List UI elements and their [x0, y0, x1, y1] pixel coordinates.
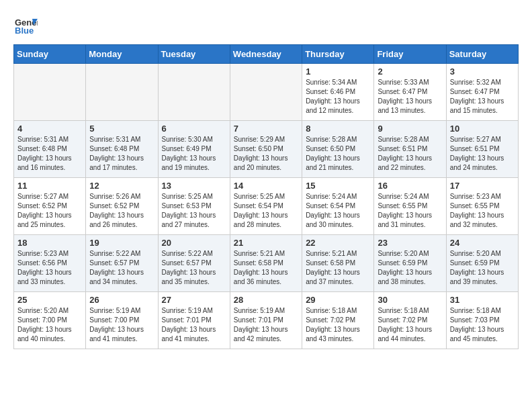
day-number: 26	[89, 295, 154, 305]
calendar-cell: 10Sunrise: 5:27 AM Sunset: 6:51 PM Dayli…	[446, 121, 518, 178]
calendar-cell: 2Sunrise: 5:33 AM Sunset: 6:47 PM Daylig…	[374, 64, 446, 121]
calendar-cell	[158, 64, 230, 121]
day-info: Sunrise: 5:28 AM Sunset: 6:50 PM Dayligh…	[306, 135, 370, 173]
day-number: 19	[89, 238, 154, 248]
calendar-header-row: SundayMondayTuesdayWednesdayThursdayFrid…	[14, 45, 519, 64]
day-number: 9	[378, 124, 442, 134]
day-number: 8	[306, 124, 370, 134]
calendar-cell: 30Sunrise: 5:18 AM Sunset: 7:02 PM Dayli…	[374, 292, 446, 349]
day-info: Sunrise: 5:26 AM Sunset: 6:52 PM Dayligh…	[89, 192, 154, 230]
calendar-week-1: 1Sunrise: 5:34 AM Sunset: 6:46 PM Daylig…	[14, 64, 519, 121]
calendar-cell: 25Sunrise: 5:20 AM Sunset: 7:00 PM Dayli…	[14, 292, 86, 349]
day-info: Sunrise: 5:25 AM Sunset: 6:53 PM Dayligh…	[162, 192, 226, 230]
day-number: 11	[17, 181, 82, 191]
day-info: Sunrise: 5:30 AM Sunset: 6:49 PM Dayligh…	[162, 135, 226, 173]
calendar: SundayMondayTuesdayWednesdayThursdayFrid…	[13, 44, 519, 349]
calendar-cell: 5Sunrise: 5:31 AM Sunset: 6:48 PM Daylig…	[86, 121, 158, 178]
calendar-cell: 8Sunrise: 5:28 AM Sunset: 6:50 PM Daylig…	[302, 121, 374, 178]
day-info: Sunrise: 5:20 AM Sunset: 6:59 PM Dayligh…	[450, 249, 515, 287]
calendar-cell: 21Sunrise: 5:21 AM Sunset: 6:58 PM Dayli…	[230, 235, 302, 292]
day-info: Sunrise: 5:22 AM Sunset: 6:57 PM Dayligh…	[162, 249, 226, 287]
calendar-week-2: 4Sunrise: 5:31 AM Sunset: 6:48 PM Daylig…	[14, 121, 519, 178]
day-number: 6	[162, 124, 226, 134]
day-number: 18	[17, 238, 82, 248]
day-number: 15	[306, 181, 370, 191]
day-info: Sunrise: 5:25 AM Sunset: 6:54 PM Dayligh…	[234, 192, 298, 230]
day-number: 2	[378, 66, 442, 77]
day-number: 16	[378, 181, 442, 191]
day-header-tuesday: Tuesday	[158, 45, 230, 64]
logo-icon: General Blue	[13, 13, 38, 38]
day-info: Sunrise: 5:18 AM Sunset: 7:03 PM Dayligh…	[450, 306, 515, 344]
day-info: Sunrise: 5:19 AM Sunset: 7:01 PM Dayligh…	[234, 306, 298, 344]
calendar-cell: 26Sunrise: 5:19 AM Sunset: 7:00 PM Dayli…	[86, 292, 158, 349]
calendar-cell: 12Sunrise: 5:26 AM Sunset: 6:52 PM Dayli…	[86, 178, 158, 235]
day-number: 4	[17, 124, 82, 134]
day-header-sunday: Sunday	[14, 45, 86, 64]
day-info: Sunrise: 5:18 AM Sunset: 7:02 PM Dayligh…	[378, 306, 442, 344]
day-info: Sunrise: 5:21 AM Sunset: 6:58 PM Dayligh…	[306, 249, 370, 287]
calendar-cell: 16Sunrise: 5:24 AM Sunset: 6:55 PM Dayli…	[374, 178, 446, 235]
header: General Blue	[13, 13, 519, 38]
day-number: 5	[89, 124, 154, 134]
day-number: 25	[17, 295, 82, 305]
calendar-cell: 7Sunrise: 5:29 AM Sunset: 6:50 PM Daylig…	[230, 121, 302, 178]
calendar-cell: 28Sunrise: 5:19 AM Sunset: 7:01 PM Dayli…	[230, 292, 302, 349]
day-number: 7	[234, 124, 298, 134]
calendar-cell: 23Sunrise: 5:20 AM Sunset: 6:59 PM Dayli…	[374, 235, 446, 292]
day-info: Sunrise: 5:28 AM Sunset: 6:51 PM Dayligh…	[378, 135, 442, 173]
day-info: Sunrise: 5:19 AM Sunset: 7:01 PM Dayligh…	[162, 306, 226, 344]
day-header-friday: Friday	[374, 45, 446, 64]
day-number: 12	[89, 181, 154, 191]
day-number: 3	[450, 66, 515, 77]
calendar-cell: 18Sunrise: 5:23 AM Sunset: 6:56 PM Dayli…	[14, 235, 86, 292]
day-number: 13	[162, 181, 226, 191]
day-number: 27	[162, 295, 226, 305]
day-info: Sunrise: 5:23 AM Sunset: 6:55 PM Dayligh…	[450, 192, 515, 230]
day-number: 17	[450, 181, 515, 191]
calendar-cell: 24Sunrise: 5:20 AM Sunset: 6:59 PM Dayli…	[446, 235, 518, 292]
day-info: Sunrise: 5:34 AM Sunset: 6:46 PM Dayligh…	[306, 78, 370, 116]
calendar-week-5: 25Sunrise: 5:20 AM Sunset: 7:00 PM Dayli…	[14, 292, 519, 349]
day-info: Sunrise: 5:31 AM Sunset: 6:48 PM Dayligh…	[17, 135, 82, 173]
calendar-cell: 14Sunrise: 5:25 AM Sunset: 6:54 PM Dayli…	[230, 178, 302, 235]
calendar-week-3: 11Sunrise: 5:27 AM Sunset: 6:52 PM Dayli…	[14, 178, 519, 235]
calendar-cell: 19Sunrise: 5:22 AM Sunset: 6:57 PM Dayli…	[86, 235, 158, 292]
day-info: Sunrise: 5:23 AM Sunset: 6:56 PM Dayligh…	[17, 249, 82, 287]
svg-text:Blue: Blue	[15, 26, 34, 36]
calendar-cell: 22Sunrise: 5:21 AM Sunset: 6:58 PM Dayli…	[302, 235, 374, 292]
calendar-cell: 6Sunrise: 5:30 AM Sunset: 6:49 PM Daylig…	[158, 121, 230, 178]
day-info: Sunrise: 5:22 AM Sunset: 6:57 PM Dayligh…	[89, 249, 154, 287]
calendar-cell: 20Sunrise: 5:22 AM Sunset: 6:57 PM Dayli…	[158, 235, 230, 292]
day-header-saturday: Saturday	[446, 45, 518, 64]
day-info: Sunrise: 5:19 AM Sunset: 7:00 PM Dayligh…	[89, 306, 154, 344]
calendar-cell: 3Sunrise: 5:32 AM Sunset: 6:47 PM Daylig…	[446, 64, 518, 121]
day-info: Sunrise: 5:18 AM Sunset: 7:02 PM Dayligh…	[306, 306, 370, 344]
day-number: 14	[234, 181, 298, 191]
logo: General Blue	[13, 13, 38, 38]
day-info: Sunrise: 5:27 AM Sunset: 6:51 PM Dayligh…	[450, 135, 515, 173]
day-info: Sunrise: 5:27 AM Sunset: 6:52 PM Dayligh…	[17, 192, 82, 230]
calendar-cell: 31Sunrise: 5:18 AM Sunset: 7:03 PM Dayli…	[446, 292, 518, 349]
calendar-cell	[86, 64, 158, 121]
calendar-cell: 15Sunrise: 5:24 AM Sunset: 6:54 PM Dayli…	[302, 178, 374, 235]
calendar-cell: 17Sunrise: 5:23 AM Sunset: 6:55 PM Dayli…	[446, 178, 518, 235]
calendar-cell	[14, 64, 86, 121]
calendar-cell: 29Sunrise: 5:18 AM Sunset: 7:02 PM Dayli…	[302, 292, 374, 349]
day-info: Sunrise: 5:29 AM Sunset: 6:50 PM Dayligh…	[234, 135, 298, 173]
calendar-cell: 27Sunrise: 5:19 AM Sunset: 7:01 PM Dayli…	[158, 292, 230, 349]
day-number: 28	[234, 295, 298, 305]
day-number: 30	[378, 295, 442, 305]
calendar-cell: 13Sunrise: 5:25 AM Sunset: 6:53 PM Dayli…	[158, 178, 230, 235]
day-header-wednesday: Wednesday	[230, 45, 302, 64]
calendar-cell: 4Sunrise: 5:31 AM Sunset: 6:48 PM Daylig…	[14, 121, 86, 178]
calendar-cell: 11Sunrise: 5:27 AM Sunset: 6:52 PM Dayli…	[14, 178, 86, 235]
day-info: Sunrise: 5:24 AM Sunset: 6:55 PM Dayligh…	[378, 192, 442, 230]
day-number: 23	[378, 238, 442, 248]
day-number: 1	[306, 66, 370, 77]
calendar-cell	[230, 64, 302, 121]
day-info: Sunrise: 5:32 AM Sunset: 6:47 PM Dayligh…	[450, 78, 515, 116]
day-number: 29	[306, 295, 370, 305]
day-number: 20	[162, 238, 226, 248]
calendar-week-4: 18Sunrise: 5:23 AM Sunset: 6:56 PM Dayli…	[14, 235, 519, 292]
